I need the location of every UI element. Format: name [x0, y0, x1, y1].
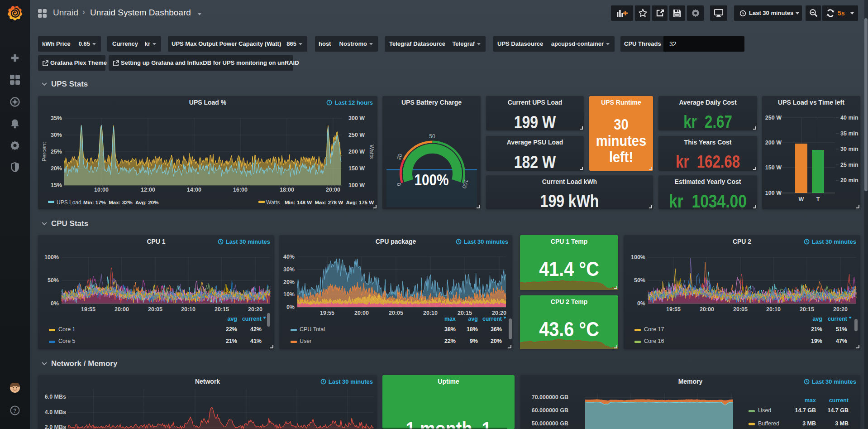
- svg-text:19:55: 19:55: [81, 306, 95, 313]
- svg-text:22%: 22%: [226, 326, 237, 333]
- svg-text:150 W: 150 W: [348, 165, 365, 172]
- svg-text:16:00: 16:00: [233, 187, 248, 193]
- svg-text:20:00: 20:00: [354, 310, 369, 316]
- svg-text:current: current: [828, 316, 848, 322]
- svg-text:avg: avg: [812, 316, 822, 322]
- svg-text:20:05: 20:05: [733, 306, 748, 313]
- svg-text:20%: 20%: [51, 165, 62, 172]
- svg-text:T: T: [816, 196, 820, 202]
- svg-text:6.0 MBs: 6.0 MBs: [45, 394, 66, 400]
- svg-text:15%: 15%: [51, 182, 62, 188]
- svg-text:20:10: 20:10: [181, 306, 196, 313]
- svg-text:150 W: 150 W: [765, 164, 782, 171]
- svg-text:30%: 30%: [51, 132, 62, 138]
- svg-text:42%: 42%: [250, 326, 262, 333]
- svg-text:300 W: 300 W: [348, 115, 365, 121]
- svg-text:CPU Total: CPU Total: [300, 326, 325, 333]
- svg-text:20:20: 20:20: [492, 310, 506, 316]
- svg-text:20:15: 20:15: [458, 310, 472, 316]
- svg-text:50%: 50%: [48, 277, 59, 284]
- svg-text:20:15: 20:15: [215, 306, 229, 313]
- svg-text:50.000000 GB: 50.000000 GB: [532, 420, 568, 427]
- svg-text:Watts: Watts: [266, 199, 280, 206]
- svg-text:20:20: 20:20: [248, 306, 262, 313]
- svg-text:100%: 100%: [44, 254, 59, 260]
- svg-text:3 MB: 3 MB: [835, 420, 849, 427]
- svg-text:UPS Load: UPS Load: [57, 199, 81, 206]
- svg-text:Core 17: Core 17: [644, 326, 664, 333]
- svg-text:10%: 10%: [283, 291, 295, 298]
- svg-text:200 W: 200 W: [765, 140, 782, 146]
- svg-text:9%: 9%: [470, 338, 478, 344]
- svg-text:14:00: 14:00: [187, 187, 201, 193]
- svg-text:20:15: 20:15: [800, 306, 814, 313]
- svg-text:18%: 18%: [467, 326, 478, 333]
- svg-text:Core 1: Core 1: [58, 326, 76, 333]
- svg-text:41%: 41%: [250, 338, 262, 344]
- svg-text:20:10: 20:10: [423, 310, 438, 316]
- svg-text:100 W: 100 W: [348, 182, 365, 188]
- svg-text:12:00: 12:00: [141, 187, 155, 193]
- svg-text:current: current: [482, 316, 502, 322]
- svg-text:Min: 17% Max: 32% Avg: 20%: Min: 17% Max: 32% Avg: 20%: [83, 200, 158, 205]
- svg-text:20:00: 20:00: [326, 187, 340, 193]
- svg-text:18:00: 18:00: [280, 187, 294, 193]
- svg-text:W: W: [799, 196, 804, 202]
- svg-text:20 min: 20 min: [840, 177, 858, 183]
- svg-text:3 MB: 3 MB: [802, 420, 816, 427]
- svg-text:0%: 0%: [51, 300, 59, 307]
- svg-text:20: 20: [396, 153, 404, 161]
- svg-text:200 W: 200 W: [348, 149, 365, 155]
- svg-text:250 W: 250 W: [765, 115, 782, 121]
- svg-text:Core 16: Core 16: [644, 338, 664, 344]
- svg-text:2.0 MBs: 2.0 MBs: [45, 424, 66, 429]
- svg-text:21%: 21%: [811, 326, 822, 333]
- svg-text:100 W: 100 W: [765, 190, 782, 196]
- svg-text:?: ?: [13, 408, 16, 414]
- svg-text:Core 5: Core 5: [58, 338, 76, 344]
- svg-text:20:20: 20:20: [833, 306, 848, 313]
- svg-text:Min: 148 W Max: 278 W Avg: 1: Min: 148 W Max: 278 W Avg: 175 W: [285, 200, 374, 205]
- svg-text:35%: 35%: [51, 115, 62, 121]
- svg-text:20:05: 20:05: [389, 310, 403, 316]
- svg-text:Watts: Watts: [368, 145, 375, 159]
- svg-text:19:55: 19:55: [320, 310, 334, 316]
- svg-text:20:10: 20:10: [766, 306, 781, 313]
- svg-text:Percent: Percent: [41, 142, 48, 162]
- svg-text:47%: 47%: [836, 338, 847, 344]
- svg-text:max: max: [805, 397, 816, 404]
- svg-text:0%: 0%: [637, 300, 645, 307]
- svg-text:0%: 0%: [286, 304, 295, 310]
- svg-text:User: User: [300, 338, 311, 344]
- svg-text:avg: avg: [227, 316, 237, 322]
- svg-text:70.000000 GB: 70.000000 GB: [532, 394, 568, 400]
- svg-text:20:00: 20:00: [700, 306, 714, 313]
- svg-text:38%: 38%: [444, 326, 456, 333]
- svg-text:36%: 36%: [491, 326, 502, 333]
- svg-text:25%: 25%: [51, 149, 62, 155]
- svg-text:51%: 51%: [836, 326, 847, 333]
- svg-text:Buffered: Buffered: [758, 420, 779, 427]
- svg-text:21%: 21%: [226, 338, 237, 344]
- svg-text:50%: 50%: [634, 277, 645, 284]
- svg-text:60.000000 GB: 60.000000 GB: [532, 407, 568, 414]
- svg-text:100%: 100%: [631, 254, 645, 260]
- svg-text:current: current: [242, 316, 262, 322]
- svg-text:25 min: 25 min: [840, 162, 858, 168]
- svg-text:current: current: [829, 397, 849, 404]
- svg-text:22%: 22%: [444, 338, 456, 344]
- svg-text:14.7 GB: 14.7 GB: [827, 407, 849, 414]
- svg-text:35 min: 35 min: [840, 130, 858, 137]
- svg-text:4.0 MBs: 4.0 MBs: [45, 409, 66, 415]
- svg-text:20:00: 20:00: [114, 306, 129, 313]
- svg-text:14.7 GB: 14.7 GB: [795, 407, 816, 414]
- svg-text:10:00: 10:00: [94, 187, 109, 193]
- svg-text:avg: avg: [468, 316, 478, 322]
- svg-text:max: max: [444, 316, 456, 322]
- svg-text:30 min: 30 min: [840, 146, 858, 152]
- svg-text:19:55: 19:55: [666, 306, 681, 313]
- svg-text:50: 50: [429, 133, 435, 140]
- svg-text:19%: 19%: [811, 338, 822, 344]
- svg-text:20%: 20%: [283, 279, 295, 285]
- svg-text:30%: 30%: [283, 266, 295, 273]
